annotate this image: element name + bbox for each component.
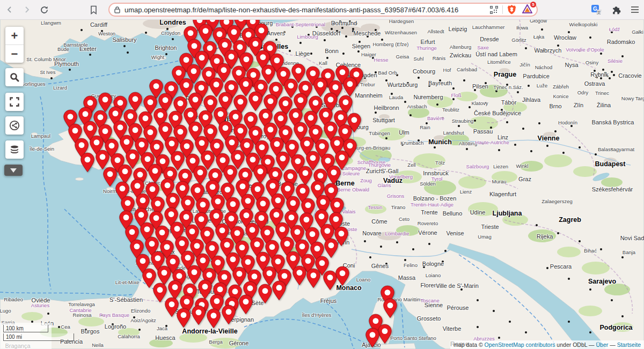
map-label: Siegen [352,43,370,49]
city-dot [434,146,436,148]
share-button[interactable] [5,116,24,135]
url-text[interactable]: umap.openstreetmap.fr/de/map/liste-non-e… [125,6,489,14]
city-dot [541,28,543,31]
reload-button[interactable] [36,2,52,17]
map-marker-pin[interactable] [305,268,321,288]
map-label: Saxe [477,44,489,50]
map-marker-pin[interactable] [175,308,192,328]
translate-icon[interactable]: G文 [591,4,602,16]
city-dot [58,326,60,328]
search-button[interactable] [5,68,24,86]
qr-code-icon[interactable] [489,5,499,14]
city-dot [609,77,611,79]
city-dot [172,38,174,40]
city-dot [89,54,91,56]
map-label: Passau [473,128,493,135]
city-dot [289,50,291,52]
city-dot [568,278,570,280]
city-dot [404,101,406,103]
map-label: Trentin-Haut-Adige [411,202,453,207]
extensions-puzzle-icon[interactable] [611,4,621,15]
map-marker-pin[interactable] [342,77,358,97]
map-label: Kall [319,60,327,66]
map-label: Cea [61,324,70,330]
address-bar[interactable]: umap.openstreetmap.fr/de/map/liste-non-e… [108,3,538,17]
map-label: Exeter [79,46,97,52]
city-dot [47,313,49,315]
layers-database-icon [5,140,24,159]
map-label: Rybnik [590,71,609,78]
bookmark-button[interactable] [86,2,101,17]
map-label: Brighton [155,44,177,51]
map-label: Winkl [516,163,528,169]
extension-badge: 5 [530,2,536,8]
map-label: Suhl [413,56,423,62]
map-label: Burgos [81,328,100,335]
map-marker-pin[interactable] [334,266,350,286]
map-label: Bolzano - Bozen [413,195,457,202]
city-dot [506,121,508,123]
city-dot [498,337,500,339]
map-label: Novi Sad [620,235,644,241]
map-label: Meschede [354,30,381,36]
map-label: Ansbach [407,103,427,109]
map-label: Teublitz [442,107,459,113]
map-label: Silésie [608,58,623,64]
menu-icon[interactable] [630,5,640,14]
home-link[interactable]: Startseite [617,341,641,348]
forward-button[interactable] [19,2,34,17]
zoom-out-button[interactable]: − [5,45,24,63]
map-canvas[interactable]: LlangwmCardiffWestonBarnstapleSalisburyB… [0,19,644,349]
map-label: Pescara [550,263,572,270]
map-marker-pin[interactable] [382,298,398,318]
map-label: Llangwm [41,20,61,26]
map-label: Leipzig [449,26,467,32]
city-dot [546,145,548,147]
map-label: Tessin [368,204,383,210]
map-marker-pin[interactable] [221,305,237,325]
map-label: Hesse [374,57,389,63]
map-label: Lampaul [31,133,50,139]
map-label: Witzenhausen [385,29,417,35]
map-marker-pin[interactable] [271,280,287,301]
map-label: Lauda [389,94,403,100]
map-label: Klatovy [471,100,488,106]
layers-button[interactable] [5,140,24,159]
zoom-in-button[interactable]: + [5,27,24,45]
map-label: Straubing [452,118,474,124]
map-label: Ostrava [584,80,605,87]
fullscreen-button[interactable] [5,93,24,111]
city-dot [602,69,604,71]
about-link[interactable]: Über [596,341,609,348]
city-dot [345,35,347,38]
map-label: Náchod [535,64,553,70]
city-dot [444,250,447,252]
triangle-extension-button[interactable]: 5 [522,4,532,16]
zoom-control: + − [5,27,24,63]
collapse-controls-button[interactable] [4,165,23,176]
map-label: Wrocław [554,34,576,41]
city-dot [466,148,468,150]
city-dot [364,240,366,242]
map-label: Pérouse [447,305,469,311]
brave-shield-icon[interactable] [507,4,517,15]
osm-contributors-link[interactable]: OpenStreetMap contributors [485,341,555,348]
map-label: Soleure [342,170,360,176]
map-marker-pin[interactable] [364,328,380,348]
map-marker-pin[interactable] [206,308,222,329]
attribution-prefix: map data © [453,341,484,348]
map-marker-pin[interactable] [191,305,207,325]
map-label: Homberg (Efze) [372,41,408,47]
map-label: Voïvodie d'Opole [566,47,604,53]
map-label: Elizondo [131,308,150,314]
city-dot [589,331,591,333]
map-marker-pin[interactable] [79,152,96,173]
map-marker-pin[interactable] [238,294,254,315]
back-button[interactable] [2,2,17,17]
map-label: Balassagyarmat [598,146,634,152]
map-label: Reinosa [73,312,92,318]
map-label: Gênes [371,263,389,269]
map-label: Zurich [366,168,383,174]
city-dot [568,31,570,33]
map-label: Pardubice [523,73,550,79]
